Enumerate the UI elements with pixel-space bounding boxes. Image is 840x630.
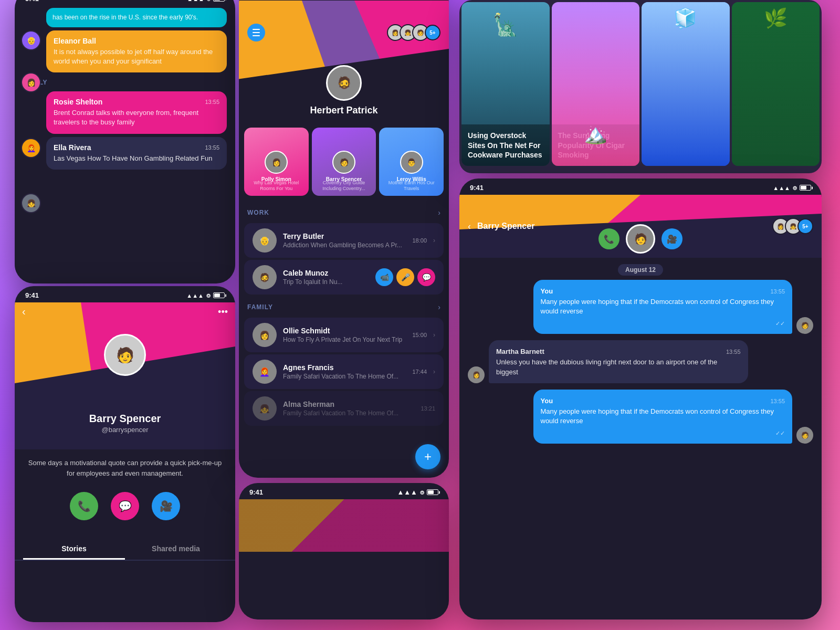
audio-live-btn[interactable]: 🎤 [396, 268, 414, 286]
msg-out-2: You 13:55 Many people were hoping that i… [468, 390, 813, 444]
work-section-row: WORK › [239, 202, 449, 221]
msg-time-3: 13:55 [770, 398, 785, 404]
news-card-cigar[interactable]: 🏔️ The Surprising Popularity Of Cigar Sm… [552, 2, 640, 166]
chat-alma[interactable]: 👧 Alma Sherman Family Safari Vacation To… [244, 391, 444, 426]
msg-sender-3: You [541, 397, 553, 405]
wifi-p2: ⌾ [206, 291, 211, 299]
terry-time: 18:00 [412, 237, 427, 244]
ollie-chevron: › [433, 331, 435, 339]
video-btn[interactable]: 🎥 [152, 492, 180, 520]
msg-av-in-1: 👩 [468, 366, 485, 383]
call-btn[interactable]: 📞 [70, 492, 98, 520]
top-bubble-text: has been on the rise in the U.S. since t… [52, 13, 220, 22]
alma-content: Alma Sherman Family Safari Vacation To T… [283, 400, 414, 417]
terry-content: Terry Butler Addiction When Gambling Bec… [283, 232, 406, 249]
news-card-water[interactable]: 🧊 [642, 2, 730, 166]
family-label-p3: FAMILY [247, 303, 273, 311]
phone2-profile: 9:41 ▲▲▲ ⌾ ‹ ••• 🧑 Barry Spencer @barrys… [15, 286, 235, 622]
msg-time-2: 13:55 [726, 349, 741, 355]
msg-text-3: Many people were hoping that if the Demo… [541, 407, 785, 426]
news-card-leaves[interactable]: 🌿 [732, 2, 820, 166]
ollie-av: 👩 [253, 323, 277, 347]
wifi-p4: ⌾ [420, 488, 424, 496]
news-water-overlay: 🧊 [642, 2, 730, 166]
terry-text: Addiction When Gambling Becomes A Pr... [283, 242, 406, 249]
msg-ticks-3: ✓✓ [775, 430, 785, 436]
options-btn[interactable]: ••• [218, 307, 228, 318]
work-label-p3: WORK [247, 209, 269, 216]
ella-name: Ella Rivera [54, 143, 219, 152]
caleb-av: 🧔 [253, 265, 277, 289]
battery-p4 [427, 489, 438, 495]
news-card-statue[interactable]: 🗽 Using Overstock Sites On The Net For C… [461, 2, 550, 166]
back-btn-p2[interactable]: ‹ [22, 306, 26, 318]
time-p1: 9:41 [25, 0, 39, 3]
status-icons-p1: ▲▲▲ ⌾ [187, 0, 225, 2]
terry-chevron: › [433, 237, 435, 244]
story-barry[interactable]: 🧑 Barry Spencer Coventry City Guide Incl… [312, 128, 376, 196]
chat-eleanor[interactable]: Eleanor Ball It is not always possible t… [46, 30, 227, 72]
story-leroy[interactable]: 👨 Leroy Willis Mother Earth Hos Our Trav… [379, 128, 444, 196]
family-section-row: FAMILY › [239, 297, 449, 316]
profile-header-diag: ‹ ••• 🧑 Barry Spencer @barryspencer [15, 302, 235, 449]
msg-sender-2: Martha Barnett [496, 348, 544, 355]
avatar-3[interactable]: 👩‍🦰 [21, 138, 41, 158]
terry-av: 👴 [253, 228, 277, 253]
msg-bubble-in-1: Martha Barnett 13:55 Unless you have the… [489, 340, 748, 383]
phone6-chat-detail: 9:41 ▲▲▲ ⌾ ‹ Barry Spencer 👩 👧 5+ 📞 🧑 🎥 [459, 178, 822, 620]
news-grid: 🗽 Using Overstock Sites On The Net For C… [459, 0, 822, 168]
back-arrow-p6[interactable]: ‹ [468, 221, 471, 232]
center-profile: 🧔 Herbert Patrick [239, 65, 449, 116]
chat-ella[interactable]: 13:55 Ella Rivera Las Vegas How To Have … [46, 137, 227, 170]
cd-avatar-area: 📞 🧑 🎥 [598, 228, 682, 254]
fab-btn[interactable]: + [415, 444, 440, 469]
chat-rosie[interactable]: 13:55 Rosie Shelton Brent Conrad talks w… [46, 91, 227, 133]
news-leaves-overlay: 🌿 [732, 2, 820, 166]
ollie-name: Ollie Schmidt [283, 327, 406, 335]
signal-icon: ▲▲▲ [187, 0, 204, 2]
cd-av-count: 5+ [797, 218, 813, 234]
rosie-time: 13:55 [205, 99, 219, 105]
story-barry-sub: Coventry City Guide Including Coventry..… [312, 180, 376, 192]
story-polly-av: 👩 [265, 151, 288, 174]
time-p4: 9:41 [249, 488, 263, 496]
alma-text: Family Safari Vacation To The Home Of... [283, 410, 414, 417]
tab-shared[interactable]: Shared media [125, 539, 227, 560]
hamburger-btn[interactable] [247, 24, 265, 41]
chat-terry[interactable]: 👴 Terry Butler Addiction When Gambling B… [244, 223, 444, 258]
avatar-2[interactable]: 👩 [21, 72, 41, 92]
cd-video-btn[interactable]: 🎥 [662, 228, 682, 249]
story-barry-av: 🧑 [332, 151, 355, 174]
chat-agnes[interactable]: 👩‍🦰 Agnes Francis Family Safari Vacation… [244, 354, 444, 389]
msg-text-1: Many people were hoping that if the Demo… [541, 297, 785, 316]
caleb-content: Caleb Munoz Trip To Iqaluit In Nu... [283, 269, 369, 286]
profile-info: Barry Spencer @barryspencer [15, 413, 235, 434]
video-live-btn[interactable]: 📹 [375, 268, 393, 286]
stories-tabs: Stories Shared media [15, 539, 235, 561]
tab-stories[interactable]: Stories [23, 539, 125, 560]
msg-av-out-1: 🧑 [796, 317, 813, 334]
caleb-name: Caleb Munoz [283, 269, 369, 277]
cd-call-btn[interactable]: 📞 [598, 228, 620, 249]
avatar-4[interactable]: 👧 [21, 193, 41, 213]
chat-ollie[interactable]: 👩 Ollie Schmidt How To Fly A Private Jet… [244, 318, 444, 352]
center-header-diag: 👩 👧 🧑 5+ 🧔 Herbert Patrick [239, 1, 449, 121]
msg-live-btn[interactable]: 💬 [417, 268, 435, 286]
story-polly[interactable]: 👩 Polly Simon Why Las Vegas Hotel Rooms … [244, 128, 309, 196]
cd-person-av: 🧑 [626, 224, 655, 254]
chat-caleb[interactable]: 🧔 Caleb Munoz Trip To Iqaluit In Nu... 📹… [244, 260, 444, 295]
agnes-content: Agnes Francis Family Safari Vacation To … [283, 363, 406, 380]
p4-diag [239, 499, 449, 552]
avatar-1[interactable]: 👴 [21, 30, 41, 50]
ollie-content: Ollie Schmidt How To Fly A Private Jet O… [283, 327, 406, 343]
center-top-bar: 👩 👧 🧑 5+ [239, 24, 449, 41]
eleanor-text: It is not always possible to jet off hal… [54, 47, 219, 66]
story-leroy-av: 👨 [400, 151, 423, 174]
date-label: August 12 [618, 264, 663, 276]
battery-p2 [213, 292, 225, 298]
avatar-strip: 👴 👩 👩‍🦰 👧 [21, 30, 41, 213]
status-bar-p1: 9:41 ▲▲▲ ⌾ [15, 0, 235, 6]
signal-p6: ▲▲▲ [773, 185, 790, 191]
status-bar-p4: 9:41 ▲▲▲ ⌾ [239, 483, 449, 499]
msg-btn[interactable]: 💬 [111, 492, 139, 520]
